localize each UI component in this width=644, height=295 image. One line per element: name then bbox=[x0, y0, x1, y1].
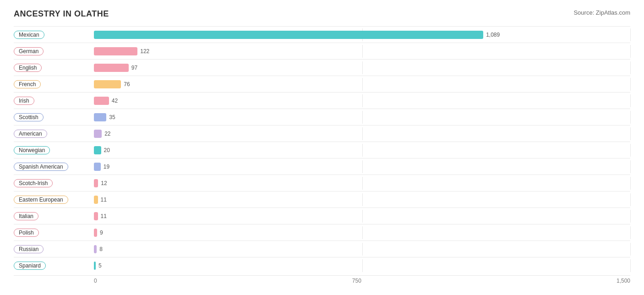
bar-value-label: 22 bbox=[104, 131, 110, 137]
x-axis-tick-label: 1,500 bbox=[617, 278, 630, 284]
bar-label: Polish bbox=[14, 229, 94, 237]
bar-value-label: 11 bbox=[101, 197, 107, 203]
bar-row: Spanish American19 bbox=[14, 158, 630, 175]
bar-label: American bbox=[14, 130, 94, 138]
bar-fill bbox=[94, 196, 98, 204]
bar-value-label: 19 bbox=[104, 164, 109, 170]
bar-value-label: 1,089 bbox=[486, 32, 500, 38]
bar-label-pill: Italian bbox=[14, 212, 38, 220]
bar-value-label: 9 bbox=[100, 229, 103, 236]
x-axis: 07501,500 bbox=[14, 275, 630, 284]
bar-label: Irish bbox=[14, 97, 94, 105]
bar-label-pill: Irish bbox=[14, 97, 34, 105]
bar-value-label: 5 bbox=[98, 262, 102, 269]
bar-container: 20 bbox=[94, 145, 630, 155]
bar-row: Spaniard5 bbox=[14, 257, 630, 273]
bar-label: Scotch-Irish bbox=[14, 179, 94, 187]
bar-fill bbox=[94, 80, 121, 88]
bar-label-pill: Spanish American bbox=[14, 163, 68, 171]
bar-container: 11 bbox=[94, 195, 630, 205]
x-axis-tick-label: 0 bbox=[94, 278, 97, 284]
bar-label-pill: German bbox=[14, 47, 44, 55]
bar-label: Mexican bbox=[14, 31, 94, 39]
bar-label-pill: Norwegian bbox=[14, 146, 50, 154]
bar-label: Spaniard bbox=[14, 262, 94, 270]
bar-container: 12 bbox=[94, 178, 630, 188]
bar-value-label: 20 bbox=[104, 147, 110, 153]
bar-value-label: 122 bbox=[140, 48, 149, 55]
bar-row: German122 bbox=[14, 43, 630, 59]
bar-fill bbox=[94, 113, 106, 121]
bar-label: Spanish American bbox=[14, 163, 94, 171]
bar-label: Italian bbox=[14, 212, 94, 220]
bar-label-pill: Russian bbox=[14, 245, 44, 253]
bar-value-label: 11 bbox=[101, 213, 107, 219]
bar-row: Scotch-Irish12 bbox=[14, 175, 630, 191]
bar-fill bbox=[94, 97, 109, 105]
bar-row: English97 bbox=[14, 59, 630, 76]
bar-fill bbox=[94, 146, 101, 154]
bar-label: French bbox=[14, 80, 94, 88]
bar-fill bbox=[94, 179, 98, 187]
bar-container: 11 bbox=[94, 211, 630, 221]
bar-label-pill: French bbox=[14, 80, 41, 88]
x-axis-labels: 07501,500 bbox=[94, 276, 630, 284]
bar-container: 42 bbox=[94, 96, 630, 106]
bar-fill bbox=[94, 163, 101, 171]
bar-value-label: 12 bbox=[101, 180, 107, 186]
bar-fill bbox=[94, 47, 137, 55]
bar-fill bbox=[94, 64, 129, 72]
bar-container: 122 bbox=[94, 46, 630, 56]
bar-fill bbox=[94, 130, 102, 138]
bar-fill bbox=[94, 229, 97, 237]
bar-container: 35 bbox=[94, 112, 630, 122]
bar-row: Irish42 bbox=[14, 92, 630, 109]
bar-row: American22 bbox=[14, 125, 630, 142]
bar-fill bbox=[94, 212, 98, 220]
bar-label-pill: Spaniard bbox=[14, 262, 46, 270]
bar-label-pill: Scottish bbox=[14, 113, 44, 121]
bar-label: Russian bbox=[14, 245, 94, 253]
bar-label-pill: American bbox=[14, 130, 47, 138]
bar-value-label: 8 bbox=[99, 246, 103, 252]
bar-container: 1,089 bbox=[94, 30, 630, 40]
bar-container: 97 bbox=[94, 63, 630, 73]
bar-value-label: 97 bbox=[131, 65, 137, 71]
bar-label: English bbox=[14, 64, 94, 72]
bar-row: French76 bbox=[14, 76, 630, 92]
bar-label-pill: Polish bbox=[14, 229, 39, 237]
bar-row: Italian11 bbox=[14, 208, 630, 224]
bar-value-label: 42 bbox=[112, 98, 118, 104]
bar-label: Norwegian bbox=[14, 146, 94, 154]
bar-fill bbox=[94, 245, 97, 253]
bar-value-label: 76 bbox=[124, 81, 130, 87]
bar-row: Mexican1,089 bbox=[14, 26, 630, 43]
bar-container: 9 bbox=[94, 228, 630, 238]
chart-title: ANCESTRY IN OLATHE bbox=[14, 9, 109, 19]
bar-label-pill: Mexican bbox=[14, 31, 44, 39]
bar-fill bbox=[94, 31, 483, 39]
x-axis-tick-label: 750 bbox=[352, 278, 361, 284]
bar-label: Scottish bbox=[14, 113, 94, 121]
bar-value-label: 35 bbox=[109, 114, 115, 120]
bar-label-pill: Eastern European bbox=[14, 196, 68, 204]
bar-row: Polish9 bbox=[14, 224, 630, 240]
bar-container: 5 bbox=[94, 261, 630, 271]
bar-row: Norwegian20 bbox=[14, 142, 630, 158]
bar-container: 22 bbox=[94, 129, 630, 139]
bar-label: Eastern European bbox=[14, 196, 94, 204]
bar-container: 76 bbox=[94, 79, 630, 89]
bar-label-pill: English bbox=[14, 64, 42, 72]
bar-row: Eastern European11 bbox=[14, 191, 630, 208]
bar-label-pill: Scotch-Irish bbox=[14, 179, 53, 187]
chart-source: Source: ZipAtlas.com bbox=[573, 9, 630, 16]
bar-row: Scottish35 bbox=[14, 109, 630, 125]
chart-area: Mexican1,089German122English97French76Ir… bbox=[14, 26, 630, 284]
bar-fill bbox=[94, 262, 96, 270]
bar-container: 19 bbox=[94, 162, 630, 172]
bar-label: German bbox=[14, 47, 94, 55]
bar-row: Russian8 bbox=[14, 240, 630, 257]
bar-container: 8 bbox=[94, 244, 630, 254]
